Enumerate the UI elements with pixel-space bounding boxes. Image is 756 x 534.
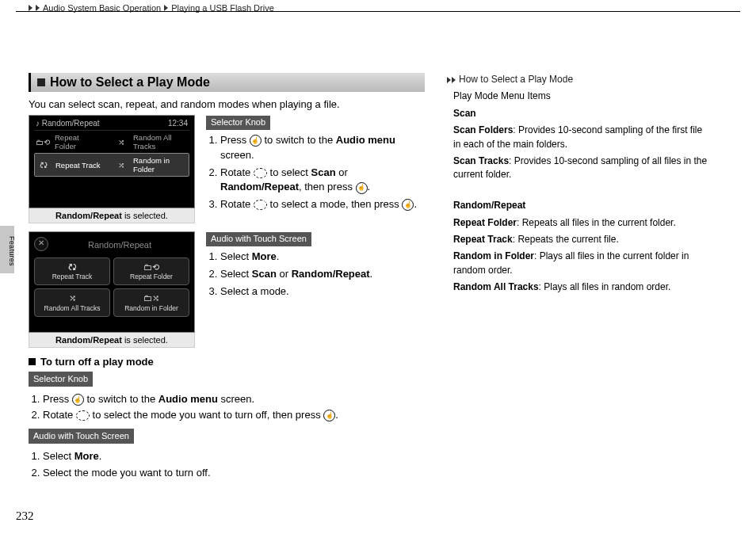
touch-screen-tag: Audio with Touch Screen [206, 232, 311, 246]
chevron-right-icon [447, 77, 451, 83]
step: Rotate to select the mode you want to tu… [43, 407, 425, 423]
step: Select Scan or Random/Repeat. [220, 267, 425, 282]
side-tab-label: Features [8, 236, 16, 266]
chevron-right-icon [164, 5, 168, 11]
breadcrumb: Audio System Basic Operation Playing a U… [29, 3, 274, 13]
step: Select More. [220, 250, 425, 265]
turnoff-touch-steps: Select More. Select the mode you want to… [29, 448, 425, 480]
info-text: Play Mode Menu Items [453, 90, 708, 103]
info-text: Random in Folder: Plays all files in the… [453, 250, 708, 277]
screenshot-caption: Random/Repeat is selected. [29, 333, 195, 348]
chevron-right-icon [452, 77, 456, 83]
info-text: Repeat Track: Repeats the current file. [453, 233, 708, 246]
touch-screen-tag: Audio with Touch Screen [29, 429, 134, 444]
menu-item: Repeat Folder [55, 133, 109, 151]
section-title: How to Select a Play Mode [50, 75, 210, 90]
square-bullet-icon [37, 78, 45, 86]
info-text: Random/Repeat [453, 199, 708, 212]
menu-item: Random All Tracks [133, 133, 188, 151]
touch-button: ⤭Random All Tracks [34, 288, 110, 316]
screen-title: Random/Repeat [50, 235, 189, 251]
info-text: Repeat Folder: Repeats all files in the … [453, 216, 708, 230]
breadcrumb-item: Audio System Basic Operation [43, 3, 161, 13]
press-knob-icon: ☝ [356, 182, 368, 194]
close-icon: ✕ [34, 237, 48, 251]
rotate-knob-icon [76, 410, 90, 421]
info-text: Scan Tracks: Provides 10-second sampling… [453, 154, 708, 182]
repeat-track-icon: 🗘 [36, 262, 108, 272]
display-screenshot-knob: ♪ Random/Repeat 12:34 🗀⟲ Repeat Folder ⤭… [29, 115, 195, 223]
random-all-icon: ⤭ [114, 138, 128, 147]
press-knob-icon: ☝ [323, 410, 335, 421]
random-folder-icon: ⤮ [114, 161, 128, 170]
breadcrumb-item: Playing a USB Flash Drive [171, 3, 274, 13]
info-heading: How to Select a Play Mode [447, 73, 708, 86]
menu-item-selected: Repeat Track [55, 161, 109, 170]
page-number: 232 [16, 509, 34, 523]
touch-button: 🗘Repeat Track [34, 257, 110, 285]
display-screenshot-touch: ✕ Random/Repeat 🗘Repeat Track 🗀⟲Repeat F… [29, 231, 195, 348]
step: Select a mode. [220, 284, 425, 299]
random-all-icon: ⤭ [36, 293, 108, 303]
chevron-right-icon [36, 5, 40, 11]
section-heading: How to Select a Play Mode [29, 73, 425, 92]
info-text: Scan [453, 107, 708, 120]
step: Select the mode you want to turn off. [43, 465, 425, 481]
step: Select More. [43, 448, 425, 464]
square-bullet-icon [29, 358, 36, 365]
step: Rotate to select Scan or Random/Repeat, … [220, 166, 425, 196]
touch-steps: Select More. Select Scan or Random/Repea… [206, 250, 425, 299]
repeat-folder-icon: 🗀⟲ [36, 138, 50, 147]
step: Press ☝ to switch to the Audio menu scre… [43, 391, 425, 407]
repeat-folder-icon: 🗀⟲ [116, 262, 187, 272]
selector-knob-tag: Selector Knob [29, 372, 93, 387]
knob-steps: Press ☝ to switch to the Audio menu scre… [206, 133, 425, 212]
subsection-heading: To turn off a play mode [29, 356, 425, 368]
press-knob-icon: ☝ [250, 135, 262, 147]
rotate-knob-icon [254, 168, 267, 178]
screen-title: Random/Repeat [42, 119, 100, 128]
turnoff-knob-steps: Press ☝ to switch to the Audio menu scre… [29, 391, 425, 423]
press-knob-icon: ☝ [72, 394, 84, 406]
step: Rotate to select a mode, then press ☝. [220, 197, 425, 212]
touch-button: 🗀⤭Random in Folder [113, 288, 189, 316]
random-folder-icon: 🗀⤭ [116, 293, 187, 303]
info-text: Random All Tracks: Plays all files in ra… [453, 280, 708, 294]
chevron-right-icon [29, 5, 32, 11]
clock: 12:34 [168, 119, 188, 128]
rotate-knob-icon [254, 200, 267, 210]
menu-item: Random in Folder [133, 156, 187, 174]
repeat-track-icon: 🗘 [36, 161, 51, 170]
screenshot-caption: Random/Repeat is selected. [29, 208, 195, 223]
press-knob-icon: ☝ [402, 199, 414, 211]
touch-button: 🗀⟲Repeat Folder [113, 257, 189, 285]
section-intro: You can select scan, repeat, and random … [29, 98, 425, 110]
step: Press ☝ to switch to the Audio menu scre… [220, 133, 425, 163]
info-text: Scan Folders: Provides 10-second samplin… [453, 124, 708, 151]
selector-knob-tag: Selector Knob [206, 116, 270, 130]
info-sidebar: How to Select a Play Mode Play Mode Menu… [447, 73, 708, 486]
